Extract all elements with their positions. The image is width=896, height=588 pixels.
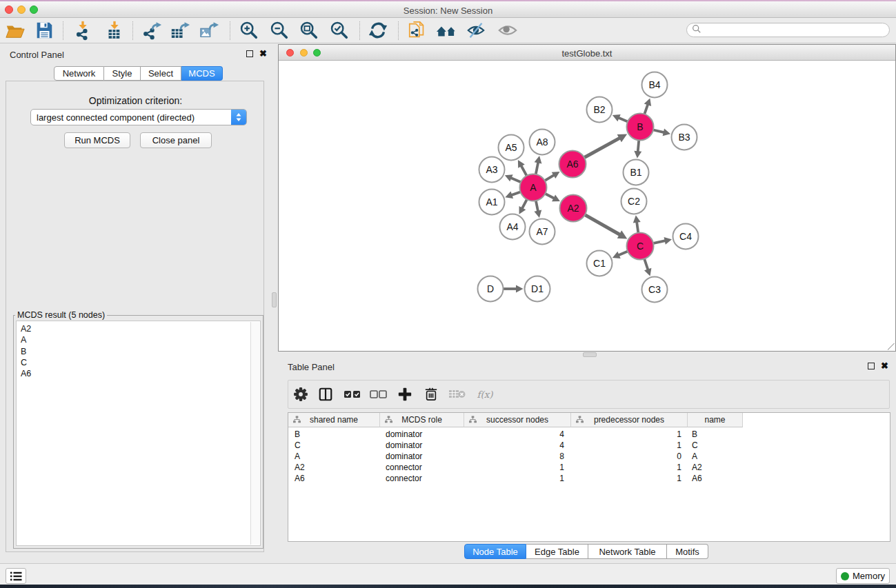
close-panel-button[interactable]: Close panel <box>140 132 212 148</box>
search-field[interactable] <box>686 23 890 37</box>
edge-A6-B[interactable] <box>583 138 619 158</box>
tab-network[interactable]: Network <box>54 66 104 81</box>
graph-node-A8[interactable]: A8 <box>530 130 555 155</box>
network-graph-canvas[interactable]: B4B2BB3A5A8A6B1A3AC2A1A2A4A7C4CC1C3DD1 <box>279 61 896 351</box>
node-label: D1 <box>531 283 544 294</box>
graph-node-C3[interactable]: C3 <box>642 277 668 303</box>
home-icon[interactable] <box>435 19 457 41</box>
mcds-result-item[interactable]: A2 <box>17 323 260 334</box>
graph-node-B3[interactable]: B3 <box>672 125 697 150</box>
column-header-label: name <box>704 415 725 425</box>
open-file-icon[interactable] <box>4 19 26 41</box>
mcds-result-item[interactable]: C <box>17 357 260 368</box>
table-row[interactable]: Cdominator41C <box>288 440 890 451</box>
hide-selected-icon[interactable] <box>465 19 487 41</box>
table-cell: dominator <box>380 452 464 461</box>
control-panel-title: Control Panel <box>10 50 64 60</box>
import-table-icon[interactable] <box>103 19 126 41</box>
visibility-icon[interactable] <box>497 19 519 41</box>
tab-mcds[interactable]: MCDS <box>181 66 223 81</box>
graph-node-A6[interactable]: A6 <box>559 151 586 178</box>
graph-node-B[interactable]: B <box>627 114 654 141</box>
add-column-icon[interactable] <box>395 384 415 405</box>
zoom-out-icon[interactable] <box>268 19 290 41</box>
select-all-columns-icon[interactable] <box>342 384 363 405</box>
graph-node-A[interactable]: A <box>520 174 547 201</box>
graph-node-A4[interactable]: A4 <box>500 214 526 240</box>
edge-arrowhead <box>634 151 641 159</box>
save-session-icon[interactable] <box>33 19 55 41</box>
zoom-selected-icon[interactable] <box>328 19 350 41</box>
table-panel-title: Table Panel <box>288 362 335 372</box>
split-columns-icon[interactable] <box>315 384 336 405</box>
export-network-icon[interactable] <box>141 19 163 41</box>
table-row[interactable]: Adominator80A <box>288 451 890 462</box>
tab-node-table[interactable]: Node Table <box>464 544 526 559</box>
scrollbar-track[interactable] <box>250 322 259 545</box>
table-row[interactable]: A6connector11A6 <box>288 473 890 484</box>
tab-edge-table[interactable]: Edge Table <box>526 544 588 559</box>
edge-A2-C[interactable] <box>584 214 620 235</box>
tab-style[interactable]: Style <box>104 66 141 81</box>
column-header-name[interactable]: name <box>688 413 743 427</box>
table-cell: dominator <box>380 429 464 439</box>
tab-motifs[interactable]: Motifs <box>667 544 708 559</box>
resize-grip[interactable] <box>888 343 895 350</box>
column-header-MCDS-role[interactable]: MCDS role <box>380 413 464 427</box>
graph-node-A7[interactable]: A7 <box>530 219 555 245</box>
column-header-shared-name[interactable]: shared name <box>288 413 380 427</box>
network-view-window[interactable]: testGlobe.txt B4B2BB3A5A8A6B1A3AC2A1A2A4… <box>278 44 896 352</box>
table-cell: B <box>288 429 380 439</box>
refresh-icon[interactable] <box>367 19 389 41</box>
deselect-all-columns-icon[interactable] <box>368 384 389 405</box>
table-row[interactable]: Bdominator41B <box>288 429 890 440</box>
delete-column-icon[interactable] <box>421 384 441 405</box>
graph-node-B2[interactable]: B2 <box>587 97 613 123</box>
table-close-icon[interactable]: ✖ <box>881 362 888 370</box>
edge-arrowhead <box>534 210 541 218</box>
graph-node-C[interactable]: C <box>627 233 654 260</box>
graph-node-C1[interactable]: C1 <box>587 251 613 276</box>
tab-select[interactable]: Select <box>141 66 181 81</box>
mcds-result-item[interactable]: B <box>17 346 260 357</box>
graph-node-B1[interactable]: B1 <box>624 160 649 185</box>
mcds-result-item[interactable]: A6 <box>17 368 260 379</box>
graph-node-D[interactable]: D <box>478 276 504 302</box>
tab-network-table[interactable]: Network Table <box>588 544 667 559</box>
graph-node-D1[interactable]: D1 <box>525 276 550 302</box>
settings-gear-icon[interactable] <box>290 384 311 405</box>
zoom-in-icon[interactable] <box>238 19 260 41</box>
table-row[interactable]: A2connector11A2 <box>288 462 890 473</box>
node-table[interactable]: shared nameMCDS rolesuccessor nodesprede… <box>288 412 890 542</box>
graph-node-A1[interactable]: A1 <box>479 190 505 215</box>
import-network-icon[interactable] <box>72 19 94 41</box>
share-document-icon[interactable] <box>406 19 428 41</box>
graph-node-A5[interactable]: A5 <box>499 135 524 161</box>
vertical-splitter-handle[interactable] <box>272 292 277 307</box>
float-panel-button[interactable] <box>246 50 253 57</box>
table-cell: connector <box>380 474 464 483</box>
zoom-fit-icon[interactable] <box>298 19 320 41</box>
export-table-icon[interactable] <box>169 19 191 41</box>
close-panel-icon[interactable]: ✖ <box>259 50 267 58</box>
mcds-result-item[interactable]: A <box>17 334 260 345</box>
graph-node-B4[interactable]: B4 <box>642 72 668 98</box>
export-image-icon[interactable] <box>198 19 220 41</box>
task-history-button[interactable] <box>6 568 26 584</box>
column-header-successor-nodes[interactable]: successor nodes <box>464 413 571 427</box>
graph-node-C4[interactable]: C4 <box>673 224 699 250</box>
main-titlebar[interactable]: Session: New Session <box>0 1 896 18</box>
network-window-titlebar[interactable]: testGlobe.txt <box>279 45 895 61</box>
memory-button[interactable]: Memory <box>836 568 890 584</box>
graph-node-A2[interactable]: A2 <box>560 195 587 222</box>
column-header-predecessor-nodes[interactable]: predecessor nodes <box>571 413 688 427</box>
graph-node-A3[interactable]: A3 <box>479 157 505 183</box>
graph-node-C2[interactable]: C2 <box>621 189 647 214</box>
optimization-dropdown[interactable]: largest connected component (directed) <box>30 109 247 125</box>
mcds-result-list[interactable]: A2ABCA6 <box>16 321 261 546</box>
horizontal-splitter-handle[interactable] <box>583 352 597 357</box>
run-mcds-button[interactable]: Run MCDS <box>64 132 130 148</box>
table-cell: C <box>688 440 743 450</box>
table-cell: 0 <box>571 452 688 461</box>
table-float-button[interactable] <box>868 363 875 369</box>
